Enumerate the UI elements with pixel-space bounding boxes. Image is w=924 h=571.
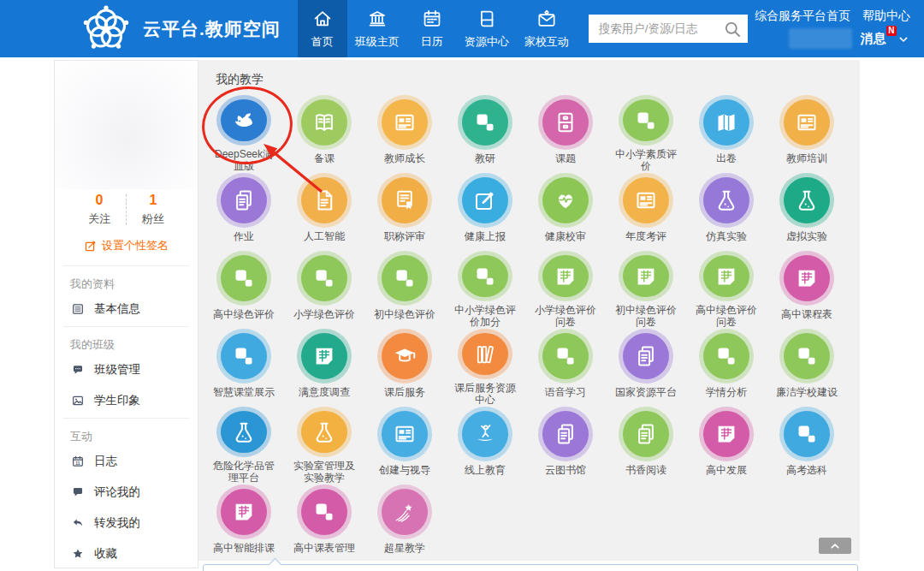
app-tile-health-audit[interactable]: 健康校审: [525, 172, 606, 250]
app-tile-superstar-teaching[interactable]: 超星教学: [364, 484, 445, 562]
app-tile-label: 中小学素质评价: [615, 148, 677, 172]
app-tile-label: 高中绿色评价: [213, 308, 275, 320]
app-tile-after-school-service[interactable]: 课后服务: [364, 328, 445, 406]
app-tile-hs-smart-scheduling[interactable]: 高中智能排课: [204, 484, 284, 562]
flask-icon: [221, 411, 267, 453]
nav-item-resources[interactable]: 资源中心: [457, 0, 517, 57]
flask-icon: [301, 411, 347, 453]
app-tile-junior-green-eval[interactable]: 初中绿色评价: [364, 250, 445, 328]
chevron-down-icon: [897, 33, 910, 46]
app-tile-satisfaction-survey[interactable]: 满意度调查: [284, 328, 364, 406]
app-tile-reading[interactable]: 书香阅读: [606, 406, 686, 484]
nav-item-label: 日历: [421, 34, 443, 50]
app-tile-hazardous-chemicals[interactable]: 危险化学品管理平台: [204, 406, 284, 484]
app-tile-hs-green-questionnaire[interactable]: 高中绿色评价问卷: [686, 250, 767, 328]
sidebar-item-reposts-of-me[interactable]: 转发我的: [70, 508, 182, 538]
tiles-icon: [221, 255, 267, 301]
app-tile-hs-green-eval[interactable]: 高中绿色评价: [204, 250, 284, 328]
app-tile-virtual-lab[interactable]: 虚拟实验: [767, 172, 847, 250]
app-tile-label: 线上教育: [454, 464, 516, 476]
app-tile-exam-maker[interactable]: 出卷: [686, 94, 767, 172]
app-tile-health-report[interactable]: 健康上报: [445, 172, 525, 250]
app-tile-creation-supervision[interactable]: 创建与视导: [364, 406, 445, 484]
scroll-top-button[interactable]: [819, 538, 851, 554]
search-icon[interactable]: [722, 19, 743, 39]
app-tile-label: 仿真实验: [696, 230, 757, 242]
nav-item-home-school[interactable]: 家校互动: [517, 0, 577, 57]
sidebar: 0 关注 1 粉丝 设置个性签名 我的资料基本信息我的班级班级管理学生印象互动1…: [54, 60, 198, 568]
search-input[interactable]: [597, 21, 722, 36]
app-tile-research-topic[interactable]: 课题: [525, 94, 606, 172]
papers-icon: [623, 411, 669, 457]
home-icon: [311, 8, 334, 30]
app-tile-k12-green-eval-bonus[interactable]: 中小学绿色评价加分: [445, 250, 525, 328]
app-tile-teacher-growth[interactable]: 教师成长: [364, 94, 445, 172]
app-tile-primary-green-eval[interactable]: 小学绿色评价: [284, 250, 364, 328]
sidebar-item-class-management[interactable]: 班级管理: [70, 354, 182, 385]
app-tile-junior-green-questionnaire[interactable]: 初中绿色评价问卷: [606, 250, 686, 328]
sidebar-item-basic-info[interactable]: 基本信息: [70, 294, 182, 324]
app-tile-cloud-library[interactable]: 云图书馆: [525, 406, 606, 484]
graduation-cap-icon: [382, 333, 428, 379]
nav-item-class-home[interactable]: 班级主页: [347, 0, 407, 57]
sheet-icon: [703, 411, 749, 457]
app-tile-deepseek[interactable]: DeepSeek满血版: [204, 94, 284, 172]
app-tile-label: 年度考评: [615, 230, 677, 242]
app-tile-label: 高中课程表: [776, 308, 838, 320]
app-tile-label: 教师成长: [374, 152, 435, 164]
nav-item-home[interactable]: 首页: [298, 0, 347, 57]
nav-item-calendar[interactable]: 日历: [407, 0, 457, 57]
app-tile-label: 教师培训: [776, 152, 838, 164]
app-tile-clean-school[interactable]: 廉洁学校建设: [767, 328, 847, 406]
chevron-up-icon: [828, 539, 842, 553]
app-tile-hs-development[interactable]: 高中发展: [686, 406, 767, 484]
app-tile-online-education[interactable]: 线上教育: [445, 406, 525, 484]
sidebar-item-journal[interactable]: 11日志: [70, 446, 182, 477]
app-tile-homework[interactable]: 作业: [204, 172, 284, 250]
app-tile-annual-review[interactable]: 年度考评: [606, 172, 686, 250]
main-nav: 首页班级主页日历资源中心家校互动: [298, 0, 577, 57]
app-tile-after-school-resources[interactable]: 课后服务资源中心: [445, 328, 525, 406]
followers-label: 粉丝: [127, 211, 180, 227]
link-help-center[interactable]: 帮助中心: [862, 9, 910, 24]
followers-stat[interactable]: 1 粉丝: [127, 193, 180, 227]
sidebar-section-title: 我的班级: [70, 334, 182, 354]
app-tile-label: 廉洁学校建设: [776, 386, 838, 398]
app-tile-lesson-prep[interactable]: 备课: [284, 94, 364, 172]
app-tile-hs-timetable-management[interactable]: 高中课表管理: [284, 484, 364, 562]
app-tile-gaokao-subject-selection[interactable]: 高考选科: [767, 406, 847, 484]
app-tile-learning-analysis[interactable]: 学情分析: [686, 328, 767, 406]
sidebar-item-favorites[interactable]: 收藏: [70, 538, 182, 569]
app-tile-title-review[interactable]: 职称评审: [364, 172, 445, 250]
app-tile-label: 实验室管理及实验教学: [293, 460, 355, 484]
app-tile-ai[interactable]: 人工智能: [284, 172, 364, 250]
open-book-icon: [301, 99, 347, 146]
set-signature-link[interactable]: 设置个性签名: [55, 227, 198, 265]
app-tile-teaching-research[interactable]: 教研: [445, 94, 525, 172]
app-tile-lab-management[interactable]: 实验室管理及实验教学: [284, 406, 364, 484]
nav-item-label: 班级主页: [355, 34, 400, 50]
app-tile-label: 高中智能排课: [213, 542, 275, 554]
map-icon: [703, 99, 749, 146]
app-tile-primary-green-questionnaire[interactable]: 小学绿色评价问卷: [525, 250, 606, 328]
messages-link[interactable]: 消息 N: [861, 31, 910, 47]
sidebar-item-student-impression[interactable]: 学生印象: [70, 385, 182, 416]
app-tile-voice-learning[interactable]: 语音学习: [525, 328, 606, 406]
sidebar-item-comments-on-me[interactable]: 评论我的: [70, 477, 182, 508]
following-stat[interactable]: 0 关注: [73, 193, 126, 227]
app-tile-hs-timetable[interactable]: 高中课程表: [767, 250, 847, 328]
image-icon: [70, 394, 86, 407]
sidebar-item-label: 转发我的: [94, 515, 140, 531]
app-tile-simulation-lab[interactable]: 仿真实验: [686, 172, 767, 250]
app-tile-national-resources[interactable]: 国家资源平台: [606, 328, 686, 406]
avatar: [55, 61, 198, 189]
app-tile-label: 高中发展: [696, 464, 757, 476]
tiles-icon: [382, 255, 428, 301]
sidebar-section-title: 互动: [70, 425, 182, 446]
app-tile-smart-classroom[interactable]: 智慧课堂展示: [204, 328, 284, 406]
app-tile-label: 作业: [213, 230, 275, 242]
app-tile-teacher-training[interactable]: 教师培训: [767, 94, 847, 172]
app-tile-k12-quality-eval[interactable]: 中小学素质评价: [606, 94, 686, 172]
link-platform-home[interactable]: 综合服务平台首页: [755, 9, 850, 24]
app-tile-label: 创建与视导: [374, 464, 435, 476]
